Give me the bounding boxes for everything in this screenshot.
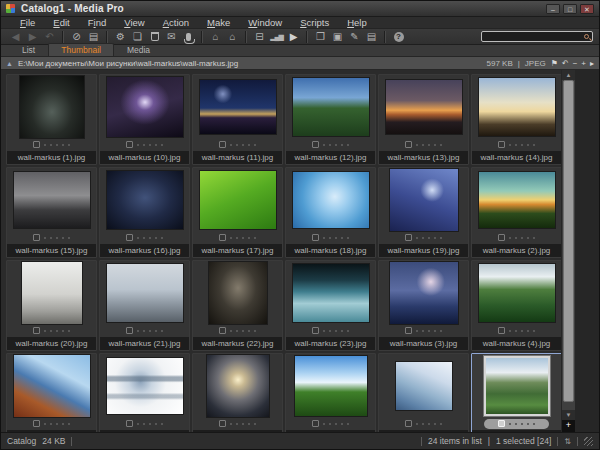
- rating-dot[interactable]: [527, 144, 529, 146]
- item-checkbox[interactable]: [312, 234, 319, 241]
- thumbnail-image[interactable]: [396, 362, 452, 410]
- thumbnail-cell[interactable]: wall-markus (16).jpg: [99, 167, 190, 258]
- rating-dot[interactable]: [44, 330, 46, 332]
- thumbnail-image[interactable]: [390, 262, 458, 324]
- rating-dot[interactable]: [341, 423, 343, 425]
- rating-dot[interactable]: [434, 330, 436, 332]
- rating-dot[interactable]: [44, 144, 46, 146]
- rating-dot[interactable]: [335, 144, 337, 146]
- rating-dot[interactable]: [434, 144, 436, 146]
- print-button[interactable]: ▤: [363, 30, 380, 44]
- rating-dot[interactable]: [416, 144, 418, 146]
- rating-dot[interactable]: [335, 423, 337, 425]
- rating-dot[interactable]: [509, 144, 511, 146]
- menu-item-scripts[interactable]: Scripts: [291, 17, 338, 29]
- rating-dot[interactable]: [44, 237, 46, 239]
- thumbnail-cell[interactable]: wall-markus (6).jpg: [99, 353, 190, 432]
- rating-dot[interactable]: [347, 237, 349, 239]
- play-button[interactable]: ▶: [285, 30, 302, 44]
- rating-dot[interactable]: [56, 423, 58, 425]
- rating-dot[interactable]: [50, 144, 52, 146]
- rating-dot[interactable]: [341, 144, 343, 146]
- rating-dot[interactable]: [56, 330, 58, 332]
- tab-thumbnail[interactable]: Thumbnail: [48, 43, 114, 56]
- thumbnail-image[interactable]: [22, 262, 82, 324]
- item-checkbox[interactable]: [498, 234, 505, 241]
- rating-dot[interactable]: [323, 423, 325, 425]
- zoom-in-icon[interactable]: +: [581, 59, 586, 68]
- rotate-button[interactable]: ↶: [41, 30, 58, 44]
- rating-dot[interactable]: [137, 423, 139, 425]
- thumbnail-image[interactable]: [293, 78, 369, 136]
- rating-dot[interactable]: [155, 144, 157, 146]
- item-checkbox[interactable]: [312, 141, 319, 148]
- search-box[interactable]: [481, 31, 593, 42]
- tab-list[interactable]: List: [9, 43, 48, 56]
- rating-dot[interactable]: [242, 237, 244, 239]
- rating-dot[interactable]: [335, 237, 337, 239]
- rating-dot[interactable]: [143, 423, 145, 425]
- rating-dot[interactable]: [254, 330, 256, 332]
- thumbnail-image[interactable]: [479, 78, 555, 136]
- scroll-up-button[interactable]: ▲: [562, 70, 575, 80]
- menu-item-file[interactable]: File: [11, 17, 44, 29]
- slideshow-button[interactable]: ⊟: [251, 30, 268, 44]
- thumbnail-cell[interactable]: wall-markus (4).jpg: [471, 260, 562, 351]
- rating-dot[interactable]: [323, 237, 325, 239]
- thumbnail-cell[interactable]: wall-markus (7).jpg: [192, 353, 283, 432]
- thumbnail-cell[interactable]: wall-markus (15).jpg: [6, 167, 97, 258]
- rating-dot[interactable]: [329, 423, 331, 425]
- thumbnail-cell[interactable]: wall-markus (10).jpg: [99, 74, 190, 165]
- item-checkbox[interactable]: [219, 234, 226, 241]
- thumbnail-cell[interactable]: wall-markus.jpg: [471, 353, 562, 432]
- thumbnail-image[interactable]: [207, 355, 269, 417]
- rating-dot[interactable]: [236, 237, 238, 239]
- rating-dot[interactable]: [341, 237, 343, 239]
- rating-dot[interactable]: [416, 330, 418, 332]
- menu-item-window[interactable]: Window: [239, 17, 291, 29]
- rating-dot[interactable]: [428, 330, 430, 332]
- minimize-button[interactable]: –: [546, 4, 560, 14]
- item-checkbox[interactable]: [219, 141, 226, 148]
- rating-dot[interactable]: [329, 330, 331, 332]
- rating-dot[interactable]: [422, 330, 424, 332]
- thumbnail-cell[interactable]: wall-markus (11).jpg: [192, 74, 283, 165]
- rating-dot[interactable]: [248, 330, 250, 332]
- settings-button[interactable]: ⚙: [112, 30, 129, 44]
- rating-dot[interactable]: [248, 423, 250, 425]
- rating-dot[interactable]: [149, 144, 151, 146]
- scroll-down-button[interactable]: ▼: [562, 410, 575, 420]
- chart-button[interactable]: ▂▄▆: [268, 30, 285, 44]
- item-checkbox[interactable]: [126, 141, 133, 148]
- print-list-button[interactable]: ▤: [85, 30, 102, 44]
- rating-dot[interactable]: [347, 144, 349, 146]
- thumbnail-cell[interactable]: wall-markus (13).jpg: [378, 74, 469, 165]
- item-checkbox[interactable]: [405, 327, 412, 334]
- rating-dot[interactable]: [149, 423, 151, 425]
- rating-dot[interactable]: [50, 423, 52, 425]
- rating-dot[interactable]: [248, 144, 250, 146]
- sort-icon[interactable]: ⇅: [564, 437, 571, 446]
- rating-dot[interactable]: [68, 330, 70, 332]
- rating-dot[interactable]: [143, 330, 145, 332]
- rating-dot[interactable]: [329, 237, 331, 239]
- rating-dot[interactable]: [533, 330, 535, 332]
- rating-dot[interactable]: [143, 144, 145, 146]
- rating-dot[interactable]: [515, 423, 517, 425]
- rating-dot[interactable]: [50, 237, 52, 239]
- rating-dot[interactable]: [242, 330, 244, 332]
- tab-media[interactable]: Media: [114, 43, 163, 56]
- rating-dot[interactable]: [236, 423, 238, 425]
- rating-dot[interactable]: [161, 237, 163, 239]
- flag-icon[interactable]: ⚑: [551, 59, 558, 68]
- item-checkbox[interactable]: [498, 327, 505, 334]
- rating-dot[interactable]: [230, 237, 232, 239]
- rating-dot[interactable]: [161, 423, 163, 425]
- thumbnail-cell[interactable]: wall-markus (5).jpg: [6, 353, 97, 432]
- item-checkbox[interactable]: [33, 327, 40, 334]
- rating-dot[interactable]: [254, 237, 256, 239]
- thumbnail-cell[interactable]: wall-markus (17).jpg: [192, 167, 283, 258]
- rating-dot[interactable]: [527, 237, 529, 239]
- rating-dot[interactable]: [434, 423, 436, 425]
- thumbnail-image[interactable]: [209, 262, 267, 324]
